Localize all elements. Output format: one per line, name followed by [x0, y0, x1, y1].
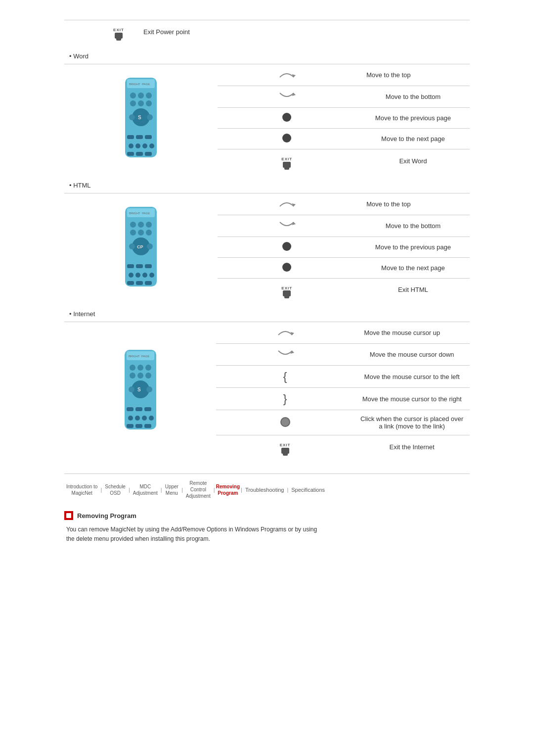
svg-point-61	[137, 365, 143, 371]
html-prev-page-label: Move to the previous page	[356, 236, 470, 257]
nav-troubleshooting[interactable]: Troubleshooting	[243, 487, 286, 493]
svg-text:BRIGHT: BRIGHT	[129, 83, 140, 86]
svg-text:S: S	[138, 115, 141, 120]
svg-text:BRIGHT: BRIGHT	[129, 212, 140, 215]
html-section-header: • HTML	[69, 182, 470, 189]
nav-sep-2: |	[128, 487, 131, 493]
word-section-header: • Word	[69, 52, 470, 60]
cursor-right-icon: }	[283, 392, 287, 405]
svg-point-40	[129, 243, 135, 249]
exit-word-label: Exit Word	[356, 149, 470, 172]
svg-point-50	[149, 273, 154, 278]
html-next-page-icon	[282, 263, 291, 272]
nav-upper-menu[interactable]: UpperMenu	[163, 483, 180, 496]
svg-point-65	[145, 373, 151, 378]
svg-point-21	[135, 143, 140, 148]
internet-cursor-up-icon	[276, 327, 294, 337]
svg-point-36	[130, 230, 136, 236]
svg-rect-79	[135, 424, 142, 428]
html-move-bottom-icon	[278, 220, 296, 230]
svg-point-63	[130, 373, 135, 378]
cursor-left-icon: {	[283, 370, 287, 383]
svg-point-13	[129, 114, 135, 120]
svg-text:CP: CP	[137, 244, 143, 249]
svg-point-64	[137, 373, 143, 378]
svg-point-22	[142, 143, 147, 148]
internet-cursor-right-label: Move the mouse cursor to the right	[354, 388, 470, 410]
svg-rect-19	[145, 135, 152, 139]
html-prev-page-icon	[282, 242, 291, 251]
svg-text:BRIGHT: BRIGHT	[129, 355, 140, 358]
nav-introduction[interactable]: Introduction toMagicNet	[64, 483, 99, 496]
internet-cursor-up-label: Move the mouse cursor up	[354, 322, 470, 344]
internet-section-header: • Internet	[69, 310, 470, 318]
svg-point-62	[145, 365, 151, 371]
internet-cursor-down-label: Move the mouse cursor down	[354, 344, 470, 366]
svg-rect-78	[127, 424, 134, 428]
internet-click-link-label: Click when the cursor is placed over a l…	[354, 410, 470, 435]
svg-point-33	[130, 222, 136, 228]
html-move-top-icon	[278, 198, 296, 208]
svg-rect-25	[136, 152, 143, 156]
removing-program-body: You can remove MagicNet by using the Add…	[64, 525, 470, 544]
svg-point-34	[138, 222, 144, 228]
svg-rect-51	[127, 281, 134, 285]
svg-point-76	[142, 416, 147, 421]
svg-rect-46	[145, 264, 152, 268]
svg-text:PAGE: PAGE	[141, 355, 149, 358]
exit-html-icon: EXIT	[281, 286, 292, 297]
svg-rect-24	[127, 152, 134, 156]
nav-specifications[interactable]: Specifications	[289, 487, 327, 493]
svg-point-35	[146, 222, 152, 228]
svg-point-23	[149, 143, 154, 148]
removing-program-section: Removing Program	[64, 511, 470, 520]
svg-rect-73	[144, 407, 151, 411]
svg-point-20	[129, 143, 134, 148]
svg-text:PAGE: PAGE	[142, 83, 150, 86]
svg-rect-52	[136, 281, 143, 285]
svg-point-37	[138, 230, 144, 236]
nav-sep-5: |	[213, 487, 216, 493]
html-next-page-label: Move to the next page	[356, 257, 470, 278]
nav-sep-3: |	[160, 487, 163, 493]
svg-point-68	[146, 386, 152, 392]
svg-rect-53	[145, 281, 152, 285]
exit-html-label: Exit HTML	[356, 278, 470, 301]
exit-powerpoint-label: Exit Power point	[134, 20, 470, 44]
bottom-navigation: Introduction toMagicNet | ScheduleOSD | …	[64, 473, 470, 503]
word-prev-page-label: Move to the previous page	[356, 107, 470, 128]
exit-internet-label: Exit the Internet	[354, 435, 470, 459]
svg-point-74	[128, 416, 133, 421]
exit-icon: EXIT	[113, 28, 124, 39]
svg-point-60	[130, 365, 135, 371]
svg-rect-45	[136, 264, 143, 268]
remote-control-word: BRIGHT PAGE ▶	[64, 64, 218, 172]
nav-mdc[interactable]: MDCAdjustment	[131, 483, 160, 496]
section-title-icon	[64, 511, 73, 520]
word-move-bottom-label: Move to the bottom	[356, 86, 470, 107]
click-link-icon	[280, 417, 290, 427]
exit-internet-icon: EXIT	[280, 443, 291, 454]
nav-schedule[interactable]: ScheduleOSD	[103, 483, 128, 496]
nav-remote-control[interactable]: RemoteControlAdjustment	[184, 480, 213, 499]
svg-rect-80	[144, 424, 151, 428]
svg-point-41	[147, 243, 153, 249]
svg-text:PAGE: PAGE	[142, 212, 150, 215]
remote-control-html: BRIGHT PAGE CP	[64, 193, 218, 301]
nav-sep-6: |	[240, 487, 243, 493]
move-top-icon	[278, 69, 296, 79]
svg-point-4	[130, 93, 136, 98]
svg-point-5	[138, 93, 144, 98]
svg-point-38	[146, 230, 152, 236]
remote-control-internet: BRIGHT PAGE S	[64, 322, 216, 459]
nav-removing-program[interactable]: RemovingProgram	[216, 483, 240, 496]
svg-point-8	[138, 100, 144, 106]
nav-sep-4: |	[180, 487, 184, 493]
svg-point-47	[129, 273, 134, 278]
svg-point-67	[129, 386, 134, 392]
svg-point-14	[147, 114, 153, 120]
svg-rect-26	[145, 152, 152, 156]
internet-cursor-left-label: Move the mouse cursor to the left	[354, 366, 470, 388]
svg-rect-44	[127, 264, 134, 268]
html-move-bottom-label: Move to the bottom	[356, 215, 470, 236]
